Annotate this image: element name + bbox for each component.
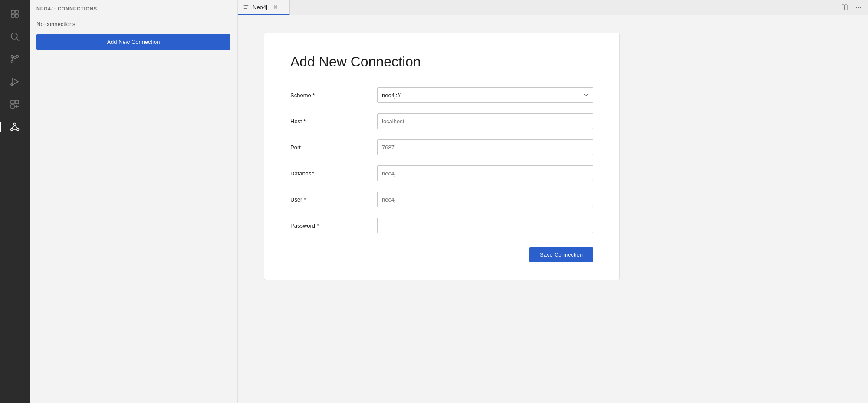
- explorer-icon[interactable]: [4, 3, 25, 24]
- svg-line-18: [15, 126, 18, 129]
- svg-marker-9: [12, 78, 18, 85]
- tab-file-icon: [243, 4, 249, 10]
- scheme-select[interactable]: neo4j:// bolt:// neo4j+s:// bolt+s://: [377, 87, 593, 103]
- form-footer: Save Connection: [290, 247, 593, 262]
- svg-point-15: [11, 129, 13, 131]
- svg-point-16: [17, 129, 19, 131]
- user-input[interactable]: [377, 192, 593, 207]
- password-field-wrapper: [377, 218, 593, 233]
- source-control-icon[interactable]: [4, 49, 25, 69]
- svg-rect-3: [15, 14, 18, 17]
- user-label: User *: [290, 196, 377, 203]
- tab-bar-actions: [838, 1, 868, 13]
- split-editor-button[interactable]: [838, 1, 851, 13]
- svg-point-28: [858, 7, 859, 8]
- save-connection-button[interactable]: Save Connection: [529, 247, 593, 262]
- content-area: Add New Connection Scheme * neo4j:// bol…: [238, 15, 868, 403]
- svg-point-29: [860, 7, 861, 8]
- password-input[interactable]: [377, 218, 593, 233]
- svg-rect-11: [11, 100, 14, 104]
- svg-point-8: [11, 61, 13, 63]
- svg-rect-13: [11, 105, 14, 108]
- svg-rect-2: [11, 14, 14, 17]
- svg-point-7: [16, 56, 19, 58]
- activity-bar: [0, 0, 30, 403]
- more-actions-button[interactable]: [852, 1, 865, 13]
- password-row: Password *: [290, 218, 593, 233]
- run-debug-icon[interactable]: [4, 71, 25, 92]
- extensions-icon[interactable]: [4, 94, 25, 115]
- user-row: User *: [290, 192, 593, 207]
- tab-bar: Neo4j: [238, 0, 868, 15]
- svg-point-14: [14, 123, 16, 126]
- svg-line-17: [12, 126, 15, 129]
- neo4j-tab[interactable]: Neo4j: [238, 0, 290, 15]
- svg-point-4: [11, 33, 17, 39]
- database-label: Database: [290, 170, 377, 177]
- svg-rect-12: [15, 100, 19, 104]
- tab-close-button[interactable]: [273, 4, 279, 10]
- sidebar-header: NEO4J: CONNECTIONS: [30, 0, 237, 16]
- user-field-wrapper: [377, 192, 593, 207]
- search-icon[interactable]: [4, 26, 25, 47]
- svg-point-27: [856, 7, 857, 8]
- port-row: Port: [290, 139, 593, 155]
- svg-line-5: [17, 39, 20, 41]
- database-row: Database: [290, 165, 593, 181]
- host-row: Host *: [290, 113, 593, 129]
- add-new-connection-button[interactable]: Add New Connection: [36, 34, 230, 50]
- scheme-field-wrapper: neo4j:// bolt:// neo4j+s:// bolt+s://: [377, 87, 593, 103]
- database-field-wrapper: [377, 165, 593, 181]
- database-input[interactable]: [377, 165, 593, 181]
- main-area: Neo4j: [238, 0, 868, 403]
- sidebar: NEO4J: CONNECTIONS No connections. Add N…: [30, 0, 238, 403]
- no-connections-text: No connections.: [30, 16, 237, 34]
- scheme-row: Scheme * neo4j:// bolt:// neo4j+s:// bol…: [290, 87, 593, 103]
- password-label: Password *: [290, 222, 377, 229]
- svg-rect-0: [11, 10, 14, 13]
- host-field-wrapper: [377, 113, 593, 129]
- host-input[interactable]: [377, 113, 593, 129]
- add-connection-form-card: Add New Connection Scheme * neo4j:// bol…: [264, 33, 620, 280]
- host-label: Host *: [290, 118, 377, 125]
- svg-rect-26: [845, 5, 847, 10]
- port-input[interactable]: [377, 139, 593, 155]
- port-label: Port: [290, 144, 377, 151]
- neo4j-sidebar-icon[interactable]: [4, 116, 25, 137]
- svg-point-10: [11, 84, 13, 86]
- svg-rect-25: [842, 5, 844, 10]
- tab-label: Neo4j: [253, 4, 267, 10]
- svg-rect-1: [15, 10, 18, 13]
- port-field-wrapper: [377, 139, 593, 155]
- scheme-label: Scheme *: [290, 92, 377, 99]
- form-title: Add New Connection: [290, 54, 593, 70]
